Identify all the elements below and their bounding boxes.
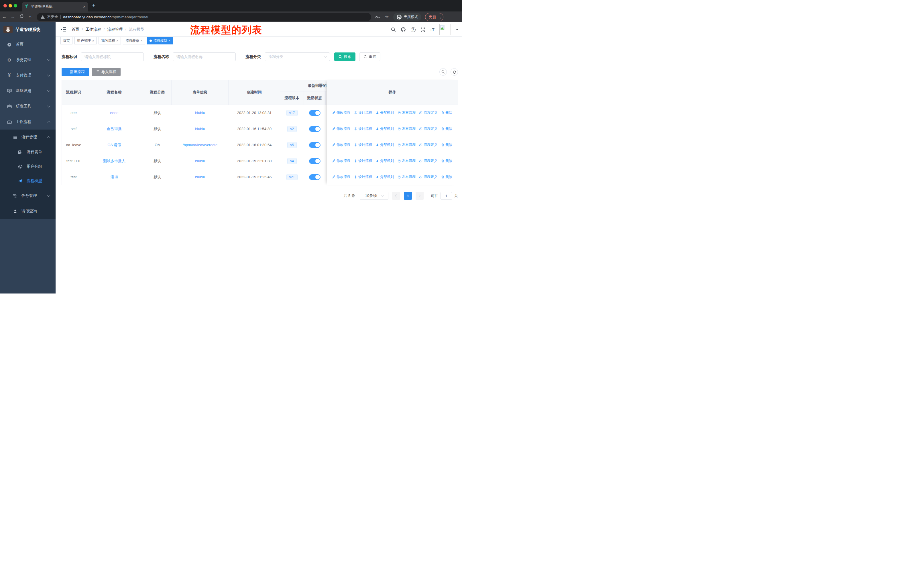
browser-update-button[interactable]: 更新 ⋮: [425, 13, 443, 21]
goto-page-input[interactable]: [441, 192, 452, 200]
sidebar-item-system[interactable]: ⚙ 系统管理: [0, 52, 56, 68]
show-search-button[interactable]: [439, 68, 447, 76]
create-process-button[interactable]: + 新建流程: [61, 68, 89, 76]
close-icon[interactable]: ×: [140, 39, 142, 42]
breadcrumb-process-mgmt[interactable]: 流程管理: [107, 27, 123, 32]
edit-process-link[interactable]: 修改流程: [332, 159, 350, 164]
process-definition-link[interactable]: 流程定义: [419, 142, 437, 147]
fullscreen-icon[interactable]: [421, 27, 425, 32]
delete-link[interactable]: 删除: [441, 159, 452, 164]
sidebar-item-process-form[interactable]: 流程表单: [0, 145, 56, 159]
publish-process-link[interactable]: 发布流程: [398, 142, 416, 147]
github-icon[interactable]: [401, 27, 406, 32]
page-size-select[interactable]: 10条/页: [360, 192, 388, 200]
filter-name-input[interactable]: [173, 53, 236, 61]
form-info-link[interactable]: /bpm/oa/leave/create: [183, 143, 218, 147]
new-tab-button[interactable]: +: [92, 3, 95, 8]
current-page-button[interactable]: 1: [404, 192, 412, 200]
process-name-link[interactable]: eeee: [110, 111, 119, 115]
filter-category-select[interactable]: 流程分类: [265, 53, 330, 61]
breadcrumb-workflow[interactable]: 工作流程: [86, 27, 101, 32]
design-process-link[interactable]: 设计流程: [354, 175, 372, 179]
font-size-icon[interactable]: TT: [430, 27, 434, 32]
form-info-link[interactable]: biubiu: [195, 159, 205, 163]
edit-process-link[interactable]: 修改流程: [332, 110, 350, 115]
tag-my-process[interactable]: 我的流程×: [99, 37, 120, 45]
traffic-light-minimize[interactable]: [8, 4, 12, 7]
assign-rule-link[interactable]: 分配规则: [376, 126, 394, 131]
process-definition-link[interactable]: 流程定义: [419, 110, 437, 115]
tag-home[interactable]: 首页: [60, 37, 73, 45]
assign-rule-link[interactable]: 分配规则: [376, 110, 394, 115]
bookmark-star-icon[interactable]: ☆: [385, 14, 389, 20]
back-icon[interactable]: ←: [0, 14, 8, 20]
search-icon[interactable]: [391, 27, 396, 32]
sidebar-item-process-model[interactable]: 流程模型: [0, 174, 56, 188]
active-status-toggle[interactable]: [309, 142, 320, 148]
sidebar-item-task-mgmt[interactable]: 任务管理: [0, 188, 56, 203]
sidebar-item-home[interactable]: 首页: [0, 37, 56, 52]
sidebar-logo[interactable]: 芋道管理系统: [0, 22, 56, 37]
edit-process-link[interactable]: 修改流程: [332, 126, 350, 131]
tag-process-form[interactable]: 流程表单×: [123, 37, 145, 45]
delete-link[interactable]: 删除: [441, 110, 452, 115]
sidebar-item-process-mgmt[interactable]: 流程管理: [0, 129, 56, 145]
active-status-toggle[interactable]: [309, 174, 320, 180]
close-icon[interactable]: ×: [116, 39, 118, 42]
process-name-link[interactable]: 测试多审批人: [103, 159, 125, 164]
refresh-button[interactable]: [450, 68, 458, 76]
password-key-icon[interactable]: [375, 15, 380, 20]
assign-rule-link[interactable]: 分配规则: [376, 159, 394, 164]
tab-close-icon[interactable]: ×: [83, 4, 85, 9]
process-definition-link[interactable]: 流程定义: [419, 175, 437, 179]
prev-page-button[interactable]: [392, 192, 400, 200]
browser-menu-icon[interactable]: ⋮: [439, 16, 440, 18]
delete-link[interactable]: 删除: [441, 126, 452, 131]
edit-process-link[interactable]: 修改流程: [332, 175, 350, 179]
sidebar-item-infra[interactable]: 基础设施: [0, 83, 56, 99]
design-process-link[interactable]: 设计流程: [354, 110, 372, 115]
process-definition-link[interactable]: 流程定义: [419, 159, 437, 164]
breadcrumb-home[interactable]: 首页: [72, 27, 79, 32]
help-icon[interactable]: ?: [411, 27, 416, 32]
tag-process-model[interactable]: 流程模型×: [147, 37, 173, 45]
delete-link[interactable]: 删除: [441, 142, 452, 147]
publish-process-link[interactable]: 发布流程: [398, 126, 416, 131]
close-icon[interactable]: ×: [168, 39, 170, 42]
active-status-toggle[interactable]: [309, 158, 320, 164]
assign-rule-link[interactable]: 分配规则: [376, 142, 394, 147]
filter-id-input[interactable]: [81, 53, 144, 61]
active-status-toggle[interactable]: [309, 110, 320, 116]
process-definition-link[interactable]: 流程定义: [419, 126, 437, 131]
url-bar[interactable]: 不安全 dashboard.yudao.iocoder.cn/bpm/manag…: [37, 13, 371, 21]
sidebar-item-workflow[interactable]: 工作流程: [0, 114, 56, 129]
sidebar-item-payment[interactable]: ¥ 支付管理: [0, 68, 56, 83]
traffic-light-zoom[interactable]: [14, 4, 17, 7]
tag-tenant[interactable]: 租户管理×: [74, 37, 97, 45]
form-info-link[interactable]: biubiu: [195, 175, 205, 179]
search-button[interactable]: 搜索: [334, 53, 355, 61]
publish-process-link[interactable]: 发布流程: [398, 159, 416, 164]
reset-button[interactable]: 重置: [359, 53, 380, 61]
process-name-link[interactable]: 自己审批: [107, 126, 122, 132]
import-process-button[interactable]: 导入流程: [92, 68, 120, 76]
design-process-link[interactable]: 设计流程: [354, 159, 372, 164]
assign-rule-link[interactable]: 分配规则: [376, 175, 394, 179]
form-info-link[interactable]: biubiu: [195, 127, 205, 131]
process-name-link[interactable]: OA 请假: [107, 142, 121, 147]
next-page-button[interactable]: [416, 192, 424, 200]
hamburger-icon[interactable]: [61, 26, 66, 32]
sidebar-item-devtools[interactable]: 研发工具: [0, 99, 56, 114]
process-name-link[interactable]: 滔博: [111, 175, 118, 180]
sidebar-item-user-group[interactable]: 用户分组: [0, 159, 56, 174]
design-process-link[interactable]: 设计流程: [354, 126, 372, 131]
sidebar-item-leave-query[interactable]: 请假查询: [0, 203, 56, 219]
edit-process-link[interactable]: 修改流程: [332, 142, 350, 147]
publish-process-link[interactable]: 发布流程: [398, 110, 416, 115]
avatar-caret-icon[interactable]: [456, 29, 459, 30]
reload-icon[interactable]: [17, 14, 26, 20]
active-status-toggle[interactable]: [309, 126, 320, 132]
delete-link[interactable]: 删除: [441, 175, 452, 179]
traffic-light-close[interactable]: [3, 4, 7, 7]
avatar[interactable]: [439, 24, 451, 35]
